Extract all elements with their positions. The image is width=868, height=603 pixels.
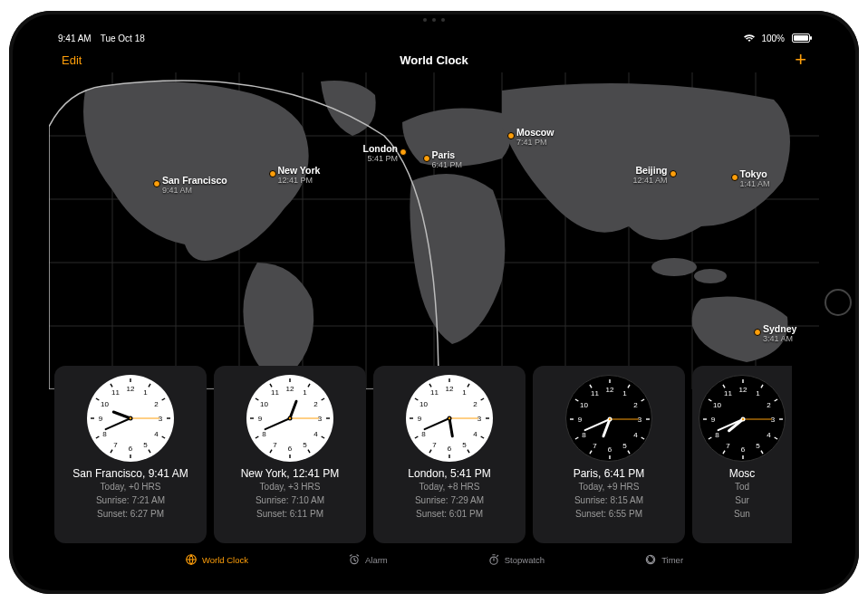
clock-city-time: Paris, 6:41 PM [574, 467, 645, 480]
city-time: 12:41 PM [278, 176, 313, 185]
city-name: London [363, 143, 398, 154]
status-date: Tue Oct 18 [101, 34, 145, 43]
svg-text:2: 2 [473, 400, 477, 408]
clock-card-moscow[interactable]: 123456789101112MoscTodSurSun [692, 366, 792, 543]
svg-line-116 [590, 385, 592, 388]
map-city-new-york[interactable]: New York12:41 PM [269, 170, 276, 177]
status-bar: 9:41 AM Tue Oct 18 100% [49, 29, 819, 47]
edit-button[interactable]: Edit [62, 53, 82, 67]
svg-text:9: 9 [418, 415, 422, 423]
svg-point-162 [742, 418, 744, 420]
map-city-paris[interactable]: Paris6:41 PM [423, 155, 430, 162]
svg-text:9: 9 [711, 416, 716, 424]
clock-city-time: New York, 12:41 PM [241, 467, 340, 480]
page-title: World Clock [400, 53, 468, 67]
clock-sunrise: Sunrise: 7:21 AM [96, 493, 165, 507]
svg-line-20 [162, 398, 165, 400]
clock-face: 123456789101112 [87, 375, 174, 462]
svg-line-29 [111, 384, 112, 387]
svg-text:10: 10 [580, 401, 588, 409]
world-map-svg [49, 72, 819, 389]
clock-sunrise: Sunrise: 7:10 AM [256, 493, 324, 507]
svg-line-49 [322, 398, 324, 400]
add-button[interactable]: + [795, 50, 806, 70]
svg-text:5: 5 [303, 441, 307, 449]
svg-text:2: 2 [767, 401, 771, 409]
clock-card-london[interactable]: 123456789101112London, 5:41 PMToday, +8 … [373, 366, 526, 543]
svg-point-104 [448, 417, 450, 419]
stopwatch-icon [487, 553, 500, 566]
city-name: Tokyo [740, 168, 767, 179]
city-dot-icon [269, 170, 276, 177]
city-time: 9:41 AM [162, 186, 192, 195]
svg-line-78 [481, 398, 484, 400]
svg-text:12: 12 [286, 385, 294, 393]
city-name: Sydney [763, 323, 796, 334]
svg-text:10: 10 [713, 401, 721, 409]
clock-face: 123456789101112 [246, 375, 333, 462]
map-city-san-francisco[interactable]: San Francisco9:41 AM [153, 180, 160, 187]
svg-text:7: 7 [273, 441, 277, 449]
svg-line-72 [265, 418, 290, 429]
svg-line-51 [322, 436, 324, 438]
screen: 9:41 AM Tue Oct 18 100% Edit World Clock… [49, 29, 819, 576]
clock-card-new-york[interactable]: 123456789101112New York, 12:41 PMToday, … [214, 366, 366, 543]
tab-alarm[interactable]: Alarm [348, 553, 388, 566]
svg-text:12: 12 [739, 386, 747, 394]
wifi-icon [743, 34, 756, 43]
globe-icon [185, 553, 198, 566]
clock-card-row[interactable]: 123456789101112San Francisco, 9:41 AMTod… [54, 366, 819, 543]
svg-text:8: 8 [102, 430, 107, 438]
svg-line-22 [162, 436, 165, 438]
svg-text:11: 11 [111, 388, 120, 397]
clock-face: 123456789101112 [699, 375, 786, 462]
svg-text:6: 6 [129, 445, 133, 453]
svg-line-77 [468, 384, 469, 387]
svg-text:1: 1 [756, 389, 760, 397]
svg-text:2: 2 [633, 401, 638, 409]
svg-line-109 [641, 437, 644, 439]
clock-sunset: Sunset: 6:27 PM [97, 507, 164, 521]
map-city-london[interactable]: London5:41 PM [400, 148, 407, 156]
svg-line-26 [96, 436, 99, 438]
tab-label: Timer [661, 555, 683, 565]
alarm-icon [348, 553, 361, 566]
svg-text:1: 1 [303, 388, 307, 397]
svg-point-75 [289, 417, 291, 419]
clock-card-paris[interactable]: 123456789101112Paris, 6:41 PMToday, +9 H… [533, 366, 685, 543]
home-button[interactable] [825, 289, 852, 316]
svg-point-17 [694, 269, 727, 283]
svg-line-142 [709, 437, 711, 439]
tab-stopwatch[interactable]: Stopwatch [487, 553, 545, 566]
svg-text:8: 8 [421, 430, 426, 438]
svg-point-46 [130, 417, 131, 419]
map-city-moscow[interactable]: Moscow7:41 PM [507, 132, 515, 139]
svg-text:2: 2 [154, 400, 159, 408]
svg-line-81 [468, 450, 469, 453]
svg-text:9: 9 [99, 415, 103, 423]
svg-text:5: 5 [143, 441, 148, 449]
clock-sunrise: Sunrise: 7:29 AM [415, 493, 484, 507]
battery-icon [790, 34, 810, 43]
tab-timer[interactable]: Timer [644, 553, 683, 566]
map-city-sydney[interactable]: Sydney3:41 AM [754, 329, 761, 336]
clock-sunrise: Sur [735, 493, 749, 507]
city-time: 5:41 PM [367, 154, 398, 163]
clock-offset: Today, +3 HRS [260, 480, 321, 493]
clock-offset: Today, +0 HRS [101, 480, 161, 493]
clock-card-san-francisco[interactable]: 123456789101112San Francisco, 9:41 AMTod… [54, 366, 207, 543]
city-dot-icon [507, 132, 515, 139]
map-city-tokyo[interactable]: Tokyo1:41 AM [731, 174, 738, 181]
svg-line-138 [775, 437, 777, 439]
ipad-device-frame: 9:41 AM Tue Oct 18 100% Edit World Clock… [9, 11, 859, 594]
city-dot-icon [754, 329, 761, 336]
svg-text:5: 5 [622, 442, 627, 450]
map-city-beijing[interactable]: Beijing12:41 AM [670, 170, 677, 177]
city-name: Beijing [635, 165, 667, 176]
svg-text:4: 4 [767, 431, 771, 439]
world-map[interactable]: San Francisco9:41 AMNew York12:41 PMLond… [49, 72, 819, 389]
svg-line-135 [761, 385, 763, 388]
city-time: 6:41 PM [432, 160, 463, 169]
city-dot-icon [153, 180, 160, 187]
tab-world-clock[interactable]: World Clock [185, 553, 248, 566]
